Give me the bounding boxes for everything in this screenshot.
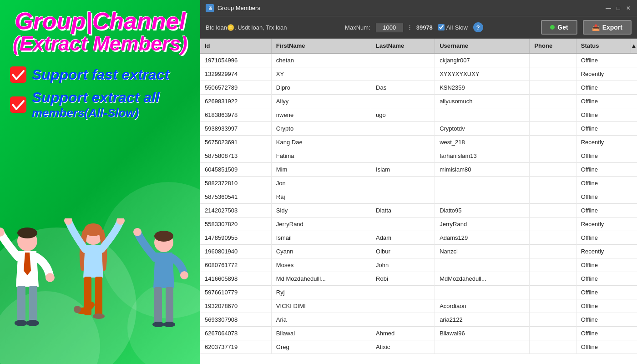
checkmark1-icon	[9, 66, 27, 84]
svg-rect-25	[166, 287, 173, 324]
cell-firstname: chetan	[271, 53, 371, 67]
cell-status: Recently	[576, 67, 631, 81]
table-row: 5882372810JonOffline	[200, 177, 637, 190]
cell-id: 6045851509	[200, 163, 271, 177]
cell-phone	[530, 67, 576, 81]
cell-firstname: XY	[271, 67, 371, 81]
cell-firstname: Fatima	[271, 149, 371, 163]
cell-status: Recently	[576, 217, 631, 231]
window-title: Group Members	[217, 5, 605, 11]
feature2-item: Support extract all members(All-Slow)	[9, 89, 191, 120]
cell-firstname: Mim	[271, 163, 371, 177]
maximize-button[interactable]: □	[615, 5, 622, 11]
cell-id: 6269831922	[200, 95, 271, 108]
checkmark2-icon	[9, 96, 27, 114]
cell-id: 5875808713	[200, 149, 271, 163]
cell-lastname: Ahmed	[371, 327, 435, 340]
all-slow-label[interactable]: All-Slow	[438, 24, 468, 31]
cell-status: Offline	[576, 81, 631, 95]
cell-firstname: Cyann	[271, 245, 371, 258]
get-button[interactable]: Get	[541, 20, 577, 35]
cell-phone	[530, 190, 576, 204]
cell-status: Offline	[576, 327, 631, 340]
cell-phone	[530, 231, 576, 245]
cell-phone	[530, 108, 576, 122]
svg-rect-8	[17, 286, 25, 322]
table-row: 6267064078BilawalAhmedBilawal96Offline	[200, 327, 637, 340]
cell-status: Offline	[576, 95, 631, 108]
table-row: 5976610779RyjOffline	[200, 286, 637, 299]
cell-firstname: Ismail	[271, 231, 371, 245]
table-row: 1478590955IsmailAdamAdams129Offline	[200, 231, 637, 245]
cell-phone	[530, 327, 576, 340]
cell-firstname: Dipro	[271, 81, 371, 95]
cell-firstname: Kang Dae	[271, 136, 371, 149]
cell-lastname	[371, 149, 435, 163]
cell-firstname: Jon	[271, 177, 371, 190]
group-name-label: Btc loan🪙, Usdt loan, Trx loan	[206, 24, 287, 31]
cell-username: ckjangir007	[435, 53, 530, 67]
cell-username: KSN2359	[435, 81, 530, 95]
cell-phone	[530, 163, 576, 177]
cell-username: XYXYXYXUXY	[435, 67, 530, 81]
svg-point-22	[133, 228, 142, 236]
table-row: 5583307820JerryRandJerryRandRecently	[200, 217, 637, 231]
cell-firstname: Bilawal	[271, 327, 371, 340]
cell-id: 1960801940	[200, 245, 271, 258]
close-button[interactable]: ✕	[625, 5, 632, 11]
maxnum-input[interactable]	[376, 23, 403, 32]
cell-lastname	[371, 217, 435, 231]
cell-username: JerryRand	[435, 217, 530, 231]
cell-phone	[530, 136, 576, 149]
window-titlebar: 🖥 Group Members — □ ✕	[200, 0, 637, 16]
cell-phone	[530, 177, 576, 190]
svg-point-19	[93, 313, 105, 319]
left-panel: Group|Channel (Extract Members) Support …	[0, 0, 200, 364]
cell-status: Offline	[576, 231, 631, 245]
maxnum-label: MaxNum:	[345, 24, 370, 31]
table-row: 2142027503SidyDiattaDiatto95Offline	[200, 204, 637, 217]
scroll-header: ▲	[631, 39, 637, 53]
cell-username	[435, 177, 530, 190]
col-header-lastname: LastName	[371, 39, 435, 53]
cell-status: Offline	[576, 177, 631, 190]
cell-lastname	[371, 313, 435, 327]
cell-username: aiiyusomuch	[435, 95, 530, 108]
table-row: 5875808713Fatimafarhanislam13Offline	[200, 149, 637, 163]
cell-phone	[530, 340, 576, 354]
cell-username: Acordiaon	[435, 299, 530, 313]
cell-firstname: Aiiyy	[271, 95, 371, 108]
cell-status: Offline	[576, 272, 631, 286]
table-row: 5675023691Kang Daewest_218Recently	[200, 136, 637, 149]
col-header-status: Status	[576, 39, 631, 53]
cell-lastname	[371, 286, 435, 299]
help-button[interactable]: ?	[473, 22, 483, 32]
table-body: 1971054996chetanckjangir007Offline132992…	[200, 53, 637, 354]
cell-id: 5675023691	[200, 136, 271, 149]
cell-username: Diatto95	[435, 204, 530, 217]
cell-id: 5506572789	[200, 81, 271, 95]
cell-phone	[530, 122, 576, 136]
minimize-button[interactable]: —	[605, 5, 612, 11]
all-slow-checkbox[interactable]	[438, 24, 445, 30]
table-row: 1329929974XYXYXYXYXUXYRecently	[200, 67, 637, 81]
cell-id: 5693307908	[200, 313, 271, 327]
cell-id: 1329929974	[200, 67, 271, 81]
cell-username: mimislam80	[435, 163, 530, 177]
svg-point-18	[74, 306, 81, 313]
cell-status: Offline	[576, 299, 631, 313]
cell-lastname	[371, 122, 435, 136]
cell-status: Offline	[576, 163, 631, 177]
cell-status: Recently	[576, 136, 631, 149]
members-table-container[interactable]: Id FirstName LastName Username Phone Sta…	[200, 39, 637, 364]
cell-id: 1932078670	[200, 299, 271, 313]
cell-lastname	[371, 95, 435, 108]
svg-point-26	[152, 322, 164, 327]
cell-status: Offline	[576, 204, 631, 217]
cell-firstname: Moses	[271, 258, 371, 272]
cell-lastname	[371, 177, 435, 190]
export-button[interactable]: 📤 Export	[583, 20, 632, 35]
cell-firstname: Raj	[271, 190, 371, 204]
cell-username: MdMozdahedull...	[435, 272, 530, 286]
svg-point-11	[26, 320, 39, 326]
